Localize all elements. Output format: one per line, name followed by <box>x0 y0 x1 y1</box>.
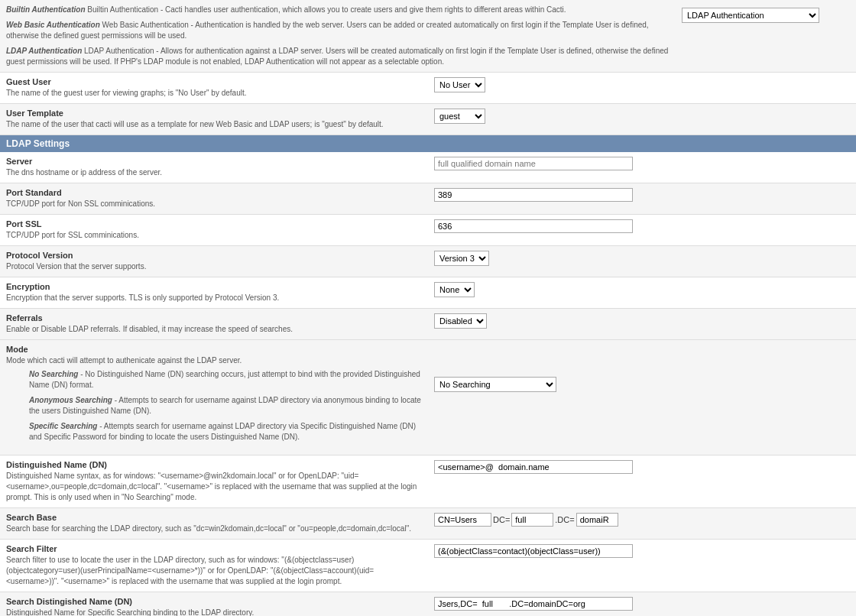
search-base-dc2-input[interactable] <box>576 513 618 527</box>
dn-input[interactable] <box>434 460 633 474</box>
search-base-control: DC= .DC= <box>428 508 856 539</box>
anon-searching-desc: Anonymous Searching - Attempts to search… <box>29 395 422 417</box>
search-filter-row: Search Filter Search filter to use to lo… <box>0 540 856 592</box>
search-filter-control <box>428 540 856 592</box>
search-filter-label: Search Filter <box>6 544 422 553</box>
specific-searching-desc: Specific Searching - Attempts search for… <box>29 421 422 443</box>
no-searching-desc: No Searching - No Distinguished Name (DN… <box>29 369 422 391</box>
search-dn-label: Search Distingished Name (DN) <box>6 597 422 606</box>
guest-user-row: Guest User The name of the guest user fo… <box>0 73 856 104</box>
port-ssl-label: Port SSL <box>6 219 422 229</box>
guest-user-control: No User guest admin <box>428 73 856 103</box>
search-base-label: Search Base <box>6 513 422 522</box>
user-template-select[interactable]: guest admin No User <box>434 109 485 124</box>
search-base-dc1-input[interactable] <box>511 513 553 527</box>
search-dn-row: Search Distingished Name (DN) Distinguis… <box>0 592 856 616</box>
guest-user-desc: The name of the guest user for viewing g… <box>6 88 422 99</box>
guest-user-label: Guest User <box>6 77 422 86</box>
protocol-version-control: Version 2 Version 3 <box>428 246 856 277</box>
search-filter-input[interactable] <box>434 544 633 558</box>
referrals-desc: Enable or Disable LDAP referrals. If dis… <box>6 324 422 335</box>
port-ssl-desc: TCP/UDP port for SSL comminications. <box>6 230 422 241</box>
referrals-label-block: Referrals Enable or Disable LDAP referra… <box>0 309 428 339</box>
mode-left: Mode Mode which cacti will attempt to au… <box>0 340 428 455</box>
dn-label: Distinguished Name (DN) <box>6 460 422 469</box>
mode-label: Mode <box>6 345 422 354</box>
search-base-label-block: Search Base Search base for searching th… <box>0 508 428 539</box>
ldap-settings-header: LDAP Settings <box>0 135 856 152</box>
user-template-control: guest admin No User <box>428 104 856 135</box>
intro-block: Builtin Authentication Builtin Authentic… <box>0 0 856 73</box>
dn-desc: Distinguished Name syntax, as for window… <box>6 471 422 503</box>
port-ssl-control <box>428 215 856 245</box>
webbasic-auth-desc: Web Basic Authentication Web Basic Authe… <box>6 20 676 41</box>
encryption-select[interactable]: None SSL TLS <box>434 282 475 297</box>
port-standard-desc: TCP/UDP port for Non SSL comminications. <box>6 199 422 209</box>
referrals-control: Disabled Enabled <box>428 309 856 339</box>
server-label: Server <box>6 157 422 166</box>
encryption-row: Encryption Encryption that the server su… <box>0 277 856 309</box>
search-base-input-group: DC= .DC= <box>434 513 618 527</box>
mode-descriptions: No Searching - No Distinguished Name (DN… <box>6 366 422 450</box>
search-base-row: Search Base Search base for searching th… <box>0 508 856 540</box>
server-control <box>428 152 856 183</box>
search-filter-label-block: Search Filter Search filter to use to lo… <box>0 540 428 592</box>
dn-control <box>428 456 856 507</box>
dn-row: Distinguished Name (DN) Distinguished Na… <box>0 456 856 508</box>
user-template-label-block: User Template The name of the user that … <box>0 104 428 135</box>
guest-user-label-block: Guest User The name of the guest user fo… <box>0 73 428 103</box>
search-dn-label-block: Search Distingished Name (DN) Distinguis… <box>0 592 428 616</box>
user-template-desc: The name of the user that cacti will use… <box>6 119 422 130</box>
search-dn-control <box>428 592 856 616</box>
protocol-version-label-block: Protocol Version Protocol Version that t… <box>0 246 428 277</box>
search-base-cn-input[interactable] <box>434 513 491 527</box>
encryption-desc: Encryption that the server supports. TLS… <box>6 293 422 303</box>
search-filter-desc: Search filter to use to locate the user … <box>6 555 422 587</box>
encryption-label: Encryption <box>6 282 422 291</box>
user-template-row: User Template The name of the user that … <box>0 104 856 135</box>
settings-page: Builtin Authentication Builtin Authentic… <box>0 0 856 616</box>
encryption-label-block: Encryption Encryption that the server su… <box>0 277 428 308</box>
protocol-version-row: Protocol Version Protocol Version that t… <box>0 246 856 277</box>
server-input[interactable] <box>434 157 633 170</box>
referrals-label: Referrals <box>6 313 422 323</box>
mode-select[interactable]: No Searching Anonymous Searching Specifi… <box>434 377 556 392</box>
server-label-block: Server The dns hostname or ip address of… <box>0 152 428 183</box>
port-standard-control <box>428 183 856 214</box>
encryption-control: None SSL TLS <box>428 277 856 308</box>
mode-main-desc: Mode which cacti will attempt to autheni… <box>6 355 422 366</box>
port-ssl-row: Port SSL TCP/UDP port for SSL comminicat… <box>0 215 856 246</box>
protocol-version-label: Protocol Version <box>6 251 422 260</box>
referrals-row: Referrals Enable or Disable LDAP referra… <box>0 309 856 340</box>
server-desc: The dns hostname or ip address of the se… <box>6 167 422 178</box>
port-standard-label: Port Standard <box>6 188 422 197</box>
port-standard-input[interactable] <box>434 188 633 202</box>
mode-control: No Searching Anonymous Searching Specifi… <box>428 340 856 455</box>
server-row: Server The dns hostname or ip address of… <box>0 152 856 183</box>
dn-label-block: Distinguished Name (DN) Distinguished Na… <box>0 456 428 507</box>
port-ssl-label-block: Port SSL TCP/UDP port for SSL comminicat… <box>0 215 428 245</box>
search-base-desc: Search base for searching the LDAP direc… <box>6 524 422 534</box>
search-dn-input[interactable] <box>434 597 633 611</box>
protocol-version-select[interactable]: Version 2 Version 3 <box>434 251 489 266</box>
builtin-auth-desc: Builtin Authentication Builtin Authentic… <box>6 5 676 15</box>
search-dn-desc: Distinguished Name for Specific Searchin… <box>6 608 422 616</box>
protocol-version-desc: Protocol Version that the server support… <box>6 261 422 272</box>
port-standard-row: Port Standard TCP/UDP port for Non SSL c… <box>0 183 856 215</box>
user-template-label: User Template <box>6 109 422 118</box>
search-base-dc2-label: .DC= <box>555 515 574 524</box>
port-ssl-input[interactable] <box>434 219 633 233</box>
port-standard-label-block: Port Standard TCP/UDP port for Non SSL c… <box>0 183 428 214</box>
search-base-dc1-label: DC= <box>493 515 510 524</box>
guest-user-select[interactable]: No User guest admin <box>434 77 485 92</box>
referrals-select[interactable]: Disabled Enabled <box>434 313 487 329</box>
mode-row: Mode Mode which cacti will attempt to au… <box>0 340 856 456</box>
ldap-auth-desc: LDAP Authentication LDAP Authentication … <box>6 46 676 67</box>
auth-method-select[interactable]: LDAP Authentication Builtin Authenticati… <box>682 8 819 23</box>
